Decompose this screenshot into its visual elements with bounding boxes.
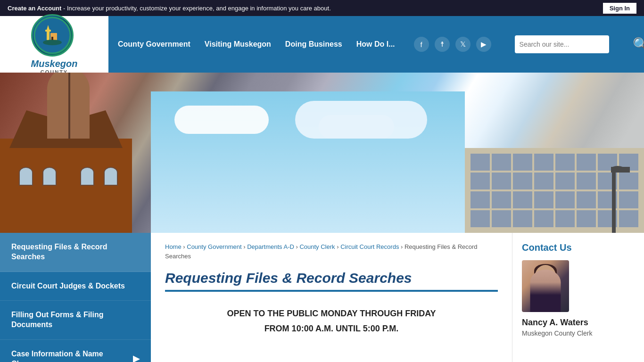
social-icons: f ☨ 𝕏 ▶ <box>414 37 491 52</box>
photo-figure <box>530 270 561 312</box>
hero-buildings <box>0 115 644 233</box>
contact-job-title: Muskegon County Clerk <box>522 329 635 337</box>
facebook-icon[interactable]: f <box>414 37 429 52</box>
content-wrapper: Requesting Files & Record Searches Circu… <box>0 233 644 362</box>
nav-how-do-i[interactable]: How Do I... <box>356 40 395 49</box>
cloud1 <box>174 106 269 134</box>
nav-doing-business[interactable]: Doing Business <box>285 40 342 49</box>
site-header: Muskegon COUNTY County Government Visiti… <box>0 16 644 73</box>
top-bar: Create an Account - Increase your produc… <box>0 0 644 16</box>
main-nav: County Government Visiting Muskegon Doin… <box>108 35 644 53</box>
sidebar-item-requesting-files[interactable]: Requesting Files & Record Searches <box>0 233 151 272</box>
content-body: OPEN TO THE PUBLIC MONDAY THROUGH FRIDAY… <box>165 306 498 337</box>
contact-us-title: Contact Us <box>522 242 635 253</box>
youtube-icon[interactable]: ▶ <box>476 37 491 52</box>
content-line2: FROM 10:00 A.M. UNTIL 5:00 P.M. <box>165 321 498 336</box>
breadcrumb: Home › County Government › Departments A… <box>165 242 498 261</box>
sidebar-item-filling-forms[interactable]: Filling Out Forms & Filing Documents <box>0 301 151 340</box>
breadcrumb-circuit-records[interactable]: Circuit Court Records <box>340 243 399 250</box>
hero-image <box>0 73 644 233</box>
search-input[interactable] <box>515 35 609 53</box>
svg-rect-5 <box>51 37 53 40</box>
sky-area <box>151 91 465 233</box>
sidebar-item-circuit-court[interactable]: Circuit Court Judges & Dockets <box>0 272 151 301</box>
title-underline <box>165 290 498 292</box>
search-area <box>515 35 609 53</box>
svg-rect-2 <box>45 30 51 32</box>
logo-main-text: Muskegon <box>31 58 78 69</box>
instagram-icon[interactable]: ☨ <box>435 37 450 52</box>
create-account-link[interactable]: Create an Account <box>8 5 61 12</box>
twitter-icon[interactable]: 𝕏 <box>455 37 471 52</box>
page-title: Requesting Files & Record Searches <box>165 270 498 286</box>
sidebar-item-case-info[interactable]: Case Information & Name Changes ▶ <box>0 340 151 362</box>
sidebar-arrow-icon: ▶ <box>133 354 140 362</box>
sidebar: Requesting Files & Record Searches Circu… <box>0 233 151 362</box>
breadcrumb-home[interactable]: Home <box>165 243 182 250</box>
breadcrumb-departments[interactable]: Departments A-D <box>247 243 294 250</box>
logo-area: Muskegon COUNTY <box>0 16 108 73</box>
create-account-text: Create an Account - Increase your produc… <box>8 5 603 12</box>
breadcrumb-county-clerk[interactable]: County Clerk <box>299 243 335 250</box>
search-icon-button[interactable]: 🔍 <box>628 37 644 52</box>
nav-county-government[interactable]: County Government <box>118 40 190 49</box>
logo-icon <box>31 14 74 57</box>
main-content: Home › County Government › Departments A… <box>151 233 512 362</box>
content-line1: OPEN TO THE PUBLIC MONDAY THROUGH FRIDAY <box>165 306 498 321</box>
right-sidebar: Contact Us Nancy A. Waters Muskegon Coun… <box>512 233 644 362</box>
nav-visiting-muskegon[interactable]: Visiting Muskegon <box>205 40 271 49</box>
sign-in-button[interactable]: Sign In <box>603 3 636 14</box>
svg-point-6 <box>43 40 62 45</box>
contact-name: Nancy A. Waters <box>522 318 635 328</box>
breadcrumb-county-gov[interactable]: County Government <box>187 243 241 250</box>
svg-rect-1 <box>47 31 50 40</box>
contact-photo <box>522 260 569 312</box>
